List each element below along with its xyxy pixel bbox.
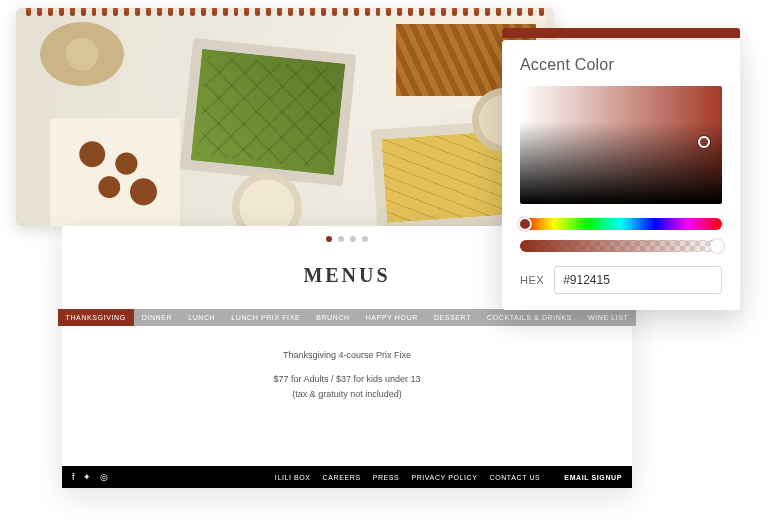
carousel-dot[interactable] [326, 236, 332, 242]
cards-label: CARDS [0, 52, 496, 61]
menu-tab[interactable]: DINNER [134, 309, 180, 326]
footer-link[interactable]: PRESS [373, 474, 400, 481]
twitter-icon[interactable]: ✦ [83, 472, 92, 482]
menu-tab[interactable]: THANKSGIVING [58, 309, 134, 326]
alpha-slider-knob[interactable] [710, 239, 724, 253]
menu-tab[interactable]: DESSERT [426, 309, 479, 326]
footer-link[interactable]: CAREERS [323, 474, 361, 481]
color-map-handle[interactable] [698, 136, 710, 148]
color-map[interactable] [520, 86, 722, 204]
hue-slider[interactable] [520, 218, 722, 230]
menu-tab[interactable]: WINE LIST [580, 309, 636, 326]
hex-input[interactable] [554, 266, 722, 294]
facebook-icon[interactable]: f [72, 472, 75, 482]
picker-title: Accent Color [520, 56, 722, 74]
footer-link[interactable]: PRIVACY POLICY [411, 474, 477, 481]
hex-label: HEX [520, 274, 544, 286]
menu-tab[interactable]: LUNCH PRIX FIXE [223, 309, 308, 326]
social-icons[interactable]: f ✦ ◎ [72, 472, 108, 482]
menu-tab[interactable]: LUNCH [180, 309, 223, 326]
instagram-icon[interactable]: ◎ [100, 472, 109, 482]
footer-link[interactable]: CONTACT US [490, 474, 541, 481]
menu-tab[interactable]: COCKTAILS & DRINKS [479, 309, 580, 326]
accent-preview-bar [502, 28, 740, 38]
carousel-dot[interactable] [350, 236, 356, 242]
hero-image [16, 8, 554, 226]
spiral-binding-icon [26, 8, 544, 16]
color-picker: Accent Color HEX [502, 40, 740, 310]
footer-links: ILILI BOXCAREERSPRESSPRIVACY POLICYCONTA… [275, 474, 541, 481]
menu-body-line2: $77 for Adults / $37 for kids under 13 [62, 372, 632, 386]
site-footer: f ✦ ◎ ILILI BOXCAREERSPRESSPRIVACY POLIC… [62, 466, 632, 488]
alpha-slider[interactable] [520, 240, 722, 252]
email-signup-button[interactable]: EMAIL SIGNUP [564, 474, 622, 481]
menu-tabs: THANKSGIVINGDINNERLUNCHLUNCH PRIX FIXEBR… [62, 309, 632, 326]
menu-body-line3: (tax & gratuity not included) [62, 387, 632, 401]
hue-slider-knob[interactable] [518, 217, 532, 231]
carousel-dot[interactable] [338, 236, 344, 242]
menu-tab[interactable]: HAPPY HOUR [358, 309, 426, 326]
menu-body-line1: Thanksgiving 4-course Prix Fixe [62, 348, 632, 362]
menu-tab[interactable]: BRUNCH [308, 309, 358, 326]
carousel-dot[interactable] [362, 236, 368, 242]
footer-link[interactable]: ILILI BOX [275, 474, 311, 481]
menu-body: Thanksgiving 4-course Prix Fixe $77 for … [62, 348, 632, 401]
food-scene [16, 8, 554, 226]
